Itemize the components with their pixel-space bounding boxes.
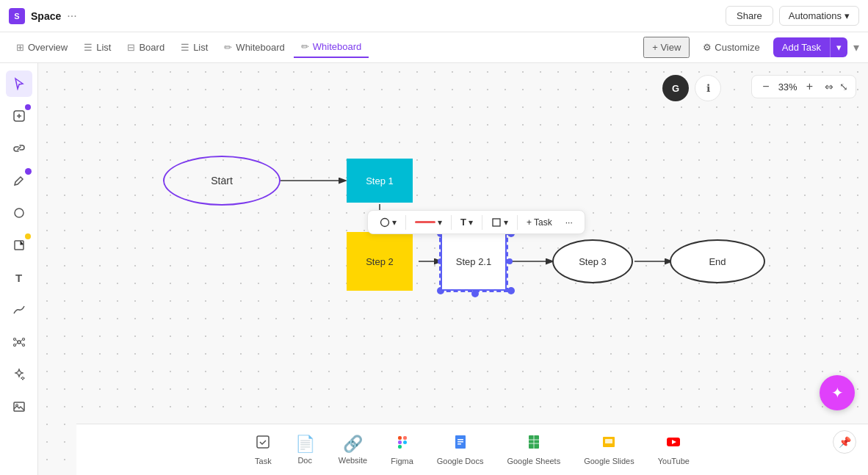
svg-line-8 bbox=[15, 340, 18, 342]
node-step1[interactable]: Step 1 bbox=[347, 159, 413, 203]
node-step2[interactable]: Step 2 bbox=[347, 232, 413, 291]
add-view-button[interactable]: + View bbox=[643, 37, 690, 58]
google-slides-icon bbox=[601, 434, 617, 454]
fullscreen-icon[interactable]: ⤡ bbox=[839, 81, 848, 93]
tab-whiteboard-2[interactable]: ✏ Whiteboard bbox=[294, 37, 369, 58]
top-bar-left: S Space ··· bbox=[9, 8, 77, 24]
add-task-inline-button[interactable]: + Task bbox=[522, 215, 557, 230]
stroke-preview bbox=[415, 221, 435, 223]
tool-network[interactable] bbox=[6, 329, 32, 355]
tab-list-1[interactable]: ☰ List bbox=[76, 37, 118, 57]
website-icon: 🔗 bbox=[343, 435, 363, 454]
circle-icon bbox=[12, 206, 26, 220]
overview-icon: ⊞ bbox=[16, 42, 24, 53]
svg-rect-33 bbox=[398, 440, 402, 444]
tool-select[interactable] bbox=[6, 70, 32, 97]
tab-board[interactable]: ⊟ Board bbox=[120, 37, 172, 57]
tool-pen[interactable] bbox=[6, 167, 32, 194]
figma-icon bbox=[394, 434, 411, 454]
text-dropdown-icon: ▾ bbox=[469, 217, 473, 228]
stroke-dropdown-icon: ▾ bbox=[438, 217, 442, 228]
canvas-area[interactable]: Start Step 1 Step 2 Step 2.1 Step 3 bbox=[38, 63, 868, 475]
svg-point-7 bbox=[22, 344, 24, 347]
pin-button[interactable]: 📌 bbox=[833, 430, 856, 454]
tab-overview[interactable]: ⊞ Overview bbox=[9, 37, 75, 57]
tool-draw[interactable] bbox=[6, 297, 32, 323]
bottom-item-google-sheets[interactable]: Google Sheets bbox=[507, 434, 560, 465]
floating-toolbar: ▾ ▾ T ▾ ▾ bbox=[367, 210, 585, 234]
zoom-in-button[interactable]: + bbox=[803, 79, 816, 95]
zoom-value: 33% bbox=[778, 81, 798, 93]
zoom-out-button[interactable]: − bbox=[759, 79, 772, 95]
add-task-button[interactable]: Add Task ▾ bbox=[773, 37, 847, 57]
tab-whiteboard-1[interactable]: ✏ Whiteboard bbox=[217, 37, 292, 57]
svg-point-4 bbox=[13, 338, 15, 341]
sticky-dot bbox=[25, 233, 31, 239]
tool-magic[interactable] bbox=[6, 361, 32, 388]
stroke-picker-button[interactable]: ▾ bbox=[411, 215, 446, 230]
pen-dot bbox=[25, 168, 32, 175]
shape-picker-button[interactable]: ▾ bbox=[375, 215, 401, 230]
gear-icon: ⚙ bbox=[703, 42, 712, 53]
google-slides-label: Google Slides bbox=[584, 457, 634, 465]
whiteboard1-icon: ✏ bbox=[224, 42, 232, 53]
bottom-item-google-slides[interactable]: Google Slides bbox=[584, 434, 634, 465]
ai-dot bbox=[25, 104, 31, 110]
tool-sticky[interactable] bbox=[6, 232, 32, 258]
task-icon bbox=[255, 434, 271, 454]
shape-format-button[interactable]: ▾ bbox=[487, 215, 513, 230]
bottom-item-website[interactable]: 🔗 Website bbox=[339, 435, 368, 465]
youtube-label: YouTube bbox=[658, 457, 690, 465]
customize-button[interactable]: ⚙ Customize bbox=[695, 38, 767, 57]
tool-circle[interactable] bbox=[6, 200, 32, 226]
bottom-item-doc[interactable]: 📄 Doc bbox=[295, 435, 315, 465]
svg-rect-31 bbox=[398, 436, 402, 440]
toolbar-divider bbox=[405, 215, 406, 230]
bottom-item-youtube[interactable]: YouTube bbox=[658, 434, 690, 465]
node-step3[interactable]: Step 3 bbox=[552, 239, 633, 283]
top-bar-right: Share Automations ▾ bbox=[726, 6, 859, 26]
bottom-item-google-docs[interactable]: Google Docs bbox=[437, 434, 484, 465]
tool-ai[interactable] bbox=[6, 103, 32, 129]
magic-icon bbox=[12, 368, 26, 381]
nav-overflow-icon[interactable]: ▾ bbox=[853, 40, 859, 54]
automations-button[interactable]: Automations ▾ bbox=[779, 6, 859, 26]
more-options-button[interactable]: ··· bbox=[561, 215, 577, 230]
node-step2-1[interactable]: Step 2.1 bbox=[441, 232, 507, 291]
node-end[interactable]: End bbox=[670, 239, 765, 283]
tab-list-2[interactable]: ☰ List bbox=[173, 37, 215, 57]
svg-rect-2 bbox=[15, 241, 23, 250]
svg-point-26 bbox=[471, 290, 479, 297]
svg-rect-32 bbox=[403, 436, 407, 440]
fit-width-icon[interactable]: ⇔ bbox=[825, 81, 833, 93]
tool-image[interactable] bbox=[6, 394, 32, 420]
tool-text[interactable]: T bbox=[6, 264, 32, 291]
tool-link[interactable] bbox=[6, 135, 32, 162]
zoom-controls: − 33% + ⇔ ⤡ bbox=[751, 75, 856, 98]
youtube-icon bbox=[665, 434, 681, 454]
space-menu-button[interactable]: ··· bbox=[67, 10, 76, 23]
toolbar-divider-3 bbox=[482, 215, 482, 230]
text-tool-icon: T bbox=[15, 272, 22, 284]
bottom-item-figma[interactable]: Figma bbox=[391, 434, 413, 465]
svg-point-27 bbox=[507, 287, 515, 294]
info-button[interactable]: ℹ bbox=[695, 75, 721, 101]
google-sheets-icon bbox=[526, 434, 542, 454]
space-name: Space bbox=[31, 10, 61, 22]
svg-rect-45 bbox=[605, 439, 612, 443]
add-task-dropdown-icon[interactable]: ▾ bbox=[830, 37, 847, 57]
svg-rect-29 bbox=[493, 219, 500, 226]
svg-point-28 bbox=[381, 218, 389, 226]
bottom-item-task[interactable]: Task bbox=[255, 434, 272, 465]
svg-line-11 bbox=[21, 343, 23, 345]
user-avatar: G bbox=[662, 75, 689, 101]
text-format-button[interactable]: T ▾ bbox=[456, 214, 477, 230]
avatar-area: G ℹ bbox=[662, 75, 721, 101]
svg-point-1 bbox=[15, 209, 23, 217]
node-start[interactable]: Start bbox=[163, 156, 281, 206]
svg-point-20 bbox=[507, 258, 513, 264]
link-icon bbox=[12, 142, 26, 155]
doc-icon: 📄 bbox=[295, 435, 315, 454]
share-button[interactable]: Share bbox=[726, 6, 773, 26]
bottom-bar: 📌 Task 📄 Doc 🔗 Website bbox=[76, 424, 868, 475]
